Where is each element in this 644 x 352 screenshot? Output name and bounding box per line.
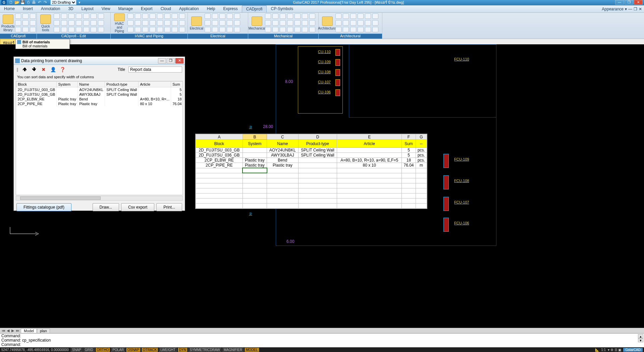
- bom-col-header[interactable]: Sum: [171, 82, 183, 87]
- quick-access-toolbar[interactable]: 🗋 📂 💾 ⎙ 🖶 ↶ ↷: [9, 0, 48, 5]
- tab-home[interactable]: Home: [0, 5, 19, 12]
- ribbon-icon[interactable]: [76, 20, 82, 26]
- ribbon-icon[interactable]: [294, 20, 301, 26]
- ribbon-icon[interactable]: [135, 13, 141, 19]
- layout-nav-icon[interactable]: ▶: [11, 328, 15, 333]
- table-row[interactable]: 2D_FUJITSU_036_GBAWY30LBAJSPLIT Ceiling …: [196, 153, 427, 158]
- undo-icon[interactable]: ↶: [37, 0, 42, 5]
- ribbon-icon[interactable]: [280, 27, 286, 32]
- close-button[interactable]: ✕: [634, 0, 643, 5]
- ribbon-icon[interactable]: [265, 27, 271, 32]
- ribbon-icon[interactable]: [179, 13, 185, 19]
- status-toggle-model[interactable]: MODEL: [245, 348, 259, 352]
- status-toggle-lweight[interactable]: LWEIGHT: [159, 348, 177, 352]
- ribbon-icon[interactable]: [15, 20, 21, 26]
- ribbon-icon[interactable]: [343, 27, 349, 32]
- minimize-button[interactable]: —: [615, 0, 624, 5]
- ribbon-icon[interactable]: [365, 13, 371, 19]
- cmd-scroll-up-icon[interactable]: ▲: [638, 334, 643, 338]
- ribbon-close-icon[interactable]: ✕: [639, 7, 642, 11]
- ribbon-icon[interactable]: [61, 20, 67, 26]
- ribbon-icon[interactable]: [294, 13, 301, 19]
- ribbon-icon[interactable]: [335, 20, 341, 26]
- ribbon-icon[interactable]: [350, 13, 356, 19]
- tab-cadprofi[interactable]: CADprofi: [242, 5, 267, 12]
- layout-tabs[interactable]: ⏮◀▶⏭ Model plan: [0, 328, 644, 333]
- ribbon-icon[interactable]: [265, 13, 271, 19]
- title-input[interactable]: [128, 67, 182, 73]
- ribbon-icon[interactable]: [343, 20, 349, 26]
- tab-export[interactable]: Export: [137, 5, 157, 12]
- ribbon-icon[interactable]: [212, 20, 218, 26]
- maximize-button[interactable]: ❐: [625, 0, 633, 5]
- ribbon-icon[interactable]: [91, 27, 97, 32]
- ribbon-icon[interactable]: [150, 27, 156, 32]
- ribbon-icon[interactable]: [287, 20, 293, 26]
- new-icon[interactable]: 🗋: [9, 0, 13, 5]
- layout-nav-icon[interactable]: ⏮: [1, 328, 5, 333]
- ribbon-icon[interactable]: [54, 27, 60, 32]
- ribbon-icon[interactable]: [358, 13, 364, 19]
- panel-architectural-main-button[interactable]: Architectural: [320, 13, 335, 33]
- ribbon-icon[interactable]: [287, 13, 293, 19]
- ribbon-icon[interactable]: [164, 20, 170, 26]
- ribbon-icon[interactable]: [22, 13, 29, 19]
- ribbon-icon[interactable]: [30, 27, 36, 32]
- help-icon[interactable]: ❓: [59, 67, 65, 73]
- tab-annotation[interactable]: Annotation: [37, 5, 64, 12]
- ribbon-icon[interactable]: [350, 20, 356, 26]
- ribbon-icon[interactable]: [142, 27, 148, 32]
- status-toggle-osnap[interactable]: OSNAP: [126, 348, 141, 352]
- ribbon-icon[interactable]: [172, 20, 178, 26]
- ribbon-icon[interactable]: [135, 27, 141, 32]
- ribbon-icon[interactable]: [172, 27, 178, 32]
- ribbon-icon[interactable]: [287, 27, 293, 32]
- ribbon-icon[interactable]: [219, 27, 225, 32]
- ribbon-icon[interactable]: [68, 20, 74, 26]
- ribbon-icon[interactable]: [54, 20, 60, 26]
- ribbon-icon[interactable]: [365, 27, 371, 32]
- draw-button[interactable]: Draw...: [93, 203, 119, 211]
- annotation-scale-icon[interactable]: 📐: [595, 348, 599, 352]
- annotation-scale[interactable]: 1:1: [601, 348, 606, 352]
- tab-application[interactable]: Application: [175, 5, 203, 12]
- ribbon-icon[interactable]: [212, 27, 218, 32]
- panel-cadprofi-edit-main-button[interactable]: Quick tools: [38, 13, 53, 33]
- ribbon-icon[interactable]: [61, 13, 67, 19]
- save-icon[interactable]: 💾: [20, 0, 25, 5]
- ribbon-icon[interactable]: [280, 13, 286, 19]
- sheet-col-E[interactable]: E: [337, 134, 402, 140]
- panel-electrical-main-button[interactable]: Electrical: [189, 13, 204, 33]
- ribbon-icon[interactable]: [358, 20, 364, 26]
- fittings-catalogue-button[interactable]: Fittings catalogue (pdf): [16, 203, 71, 211]
- ribbon-icon[interactable]: [61, 27, 67, 32]
- sheet-col-B[interactable]: B: [243, 134, 267, 140]
- ribbon-icon[interactable]: [172, 13, 178, 19]
- ribbon-icon[interactable]: [219, 13, 225, 19]
- ribbon-icon[interactable]: [212, 13, 218, 19]
- spreadsheet-overlay[interactable]: ABCDEFGBlockSystemNameProduct-typeArticl…: [195, 134, 427, 209]
- ribbon-icon[interactable]: [68, 13, 74, 19]
- sheet-col-G[interactable]: G: [416, 134, 427, 140]
- ribbon-icon[interactable]: [179, 27, 185, 32]
- ribbon-icon[interactable]: [142, 13, 148, 19]
- ribbon-icon[interactable]: [83, 20, 89, 26]
- ribbon-icon[interactable]: [309, 20, 315, 26]
- tab-view[interactable]: View: [98, 5, 114, 12]
- ribbon-icon[interactable]: [135, 20, 141, 26]
- dialog-maximize-button[interactable]: ❐: [167, 58, 175, 63]
- tab-help[interactable]: Help: [203, 5, 219, 12]
- tab-plan[interactable]: plan: [37, 328, 50, 333]
- status-icons[interactable]: ▾ ⚙ ☰ ▣: [608, 348, 621, 352]
- ribbon-icon[interactable]: [127, 27, 133, 32]
- bom-col-header[interactable]: Block: [16, 82, 57, 87]
- tab-express[interactable]: Express: [219, 5, 241, 12]
- ribbon-icon[interactable]: [272, 13, 278, 19]
- ribbon-icon[interactable]: [164, 27, 170, 32]
- ribbon-icon[interactable]: [76, 27, 82, 32]
- tab-cp-symbols[interactable]: CP-Symbols: [267, 5, 297, 12]
- bom-col-header[interactable]: Name: [78, 82, 105, 87]
- status-toggle-polar[interactable]: POLAR: [111, 348, 125, 352]
- ribbon-icon[interactable]: [98, 20, 104, 26]
- bom-col-header[interactable]: System: [57, 82, 78, 87]
